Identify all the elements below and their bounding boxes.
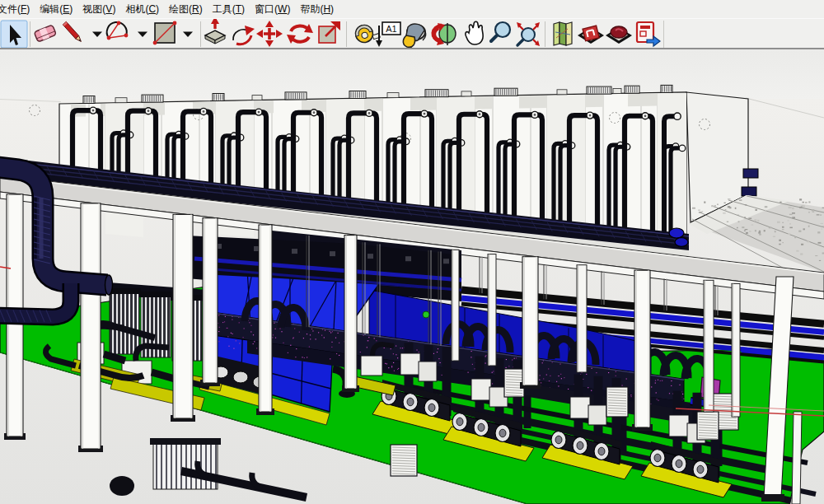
svg-text:A1: A1 [386,24,396,34]
